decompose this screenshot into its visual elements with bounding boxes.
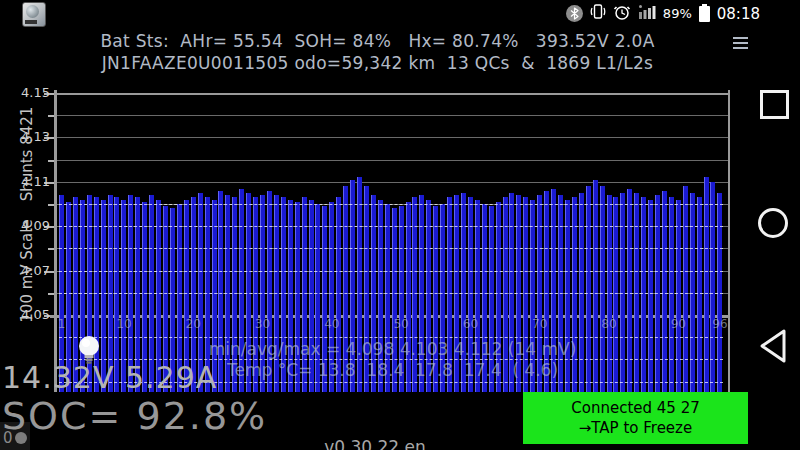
- x-axis-label: 30: [252, 317, 274, 331]
- dashed-gridline: [59, 293, 723, 294]
- x-axis-label: 80: [598, 317, 620, 331]
- min-avg-max-line: min/avg/max = 4.098 4.103 4.112 (14 mV): [59, 339, 726, 359]
- x-axis-label: 20: [182, 317, 204, 331]
- y-tick: [48, 293, 54, 295]
- back-icon[interactable]: [756, 327, 790, 369]
- dashed-gridline: [59, 271, 723, 272]
- x-axis-label: 96: [709, 317, 731, 331]
- gridline: [50, 115, 730, 116]
- dashed-gridline: [59, 248, 723, 249]
- touch-counter-value: 0: [3, 429, 13, 447]
- recents-icon[interactable]: [760, 90, 789, 119]
- aux-battery-readout: 14.32V 5.29A: [2, 360, 217, 395]
- tap-to-freeze-text: →TAP to Freeze: [579, 418, 692, 438]
- y-tick: [48, 248, 54, 250]
- x-axis-label: 10: [113, 317, 135, 331]
- gridline: [50, 137, 730, 138]
- y-axis-title-lower: 100 mV Scale: [18, 212, 36, 330]
- connected-freeze-button[interactable]: Connected 45 27 →TAP to Freeze: [523, 392, 748, 444]
- soc-readout: SOC= 92.8%: [2, 394, 267, 438]
- y-axis-title-upper: Shunts 8421: [18, 99, 36, 209]
- touch-dot-icon: [15, 432, 27, 444]
- y-axis-line: [54, 90, 57, 392]
- x-axis-label: 50: [390, 317, 412, 331]
- x-axis-label: 60: [459, 317, 481, 331]
- y-tick: [48, 115, 54, 117]
- y-tick: [48, 204, 54, 206]
- y-tick: [48, 160, 54, 162]
- dashed-gridline: [59, 226, 723, 227]
- app-version: v0.30.22 en: [255, 437, 495, 450]
- leafspy-screen: 89% 08:18 Bat Sts: AHr= 55.54 SOH= 84% H…: [0, 0, 800, 450]
- x-axis-label: 40: [321, 317, 343, 331]
- home-icon[interactable]: [758, 208, 788, 238]
- x-axis-label: 70: [529, 317, 551, 331]
- plot-right-border: [728, 90, 730, 392]
- x-axis-label: 90: [667, 317, 689, 331]
- dashed-gridline: [59, 204, 723, 205]
- version-block: v0.30.22 en ELM327 v1.5: [255, 397, 495, 450]
- gridline: [50, 160, 730, 161]
- gridline: [50, 93, 730, 95]
- touch-counter: 0: [3, 429, 27, 447]
- x-axis-label: 1: [51, 317, 73, 331]
- y-axis-label: 4.15: [14, 85, 50, 100]
- connect-status-text: Connected 45 27: [571, 398, 699, 418]
- gridline: [50, 182, 730, 183]
